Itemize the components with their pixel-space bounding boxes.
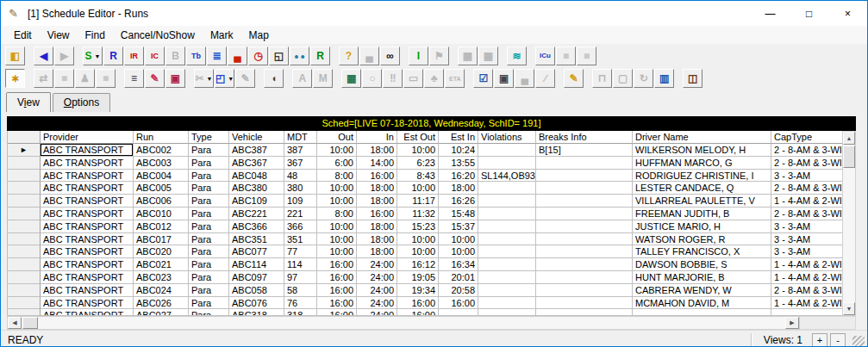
table-row[interactable]: ►ABC TRANSPORTABC002ParaABC38738710:0018… <box>8 144 842 157</box>
cell-in[interactable]: 18:00 <box>357 182 397 195</box>
cell-breaks-info[interactable] <box>536 182 633 195</box>
table-row[interactable]: ABC TRANSPORTABC020ParaABC0777710:0018:0… <box>8 245 842 258</box>
menu-find[interactable]: Find <box>77 28 112 43</box>
cell-est-in[interactable]: 18:00 <box>439 182 478 195</box>
row-selector[interactable] <box>8 271 41 284</box>
time-window-icon[interactable]: ◱ <box>269 46 289 65</box>
cell-est-in[interactable] <box>439 309 478 316</box>
cell-mdt[interactable]: 48 <box>284 170 317 183</box>
cell-driver-name[interactable]: FREEMAN JUDITH, B <box>633 208 771 220</box>
speaker-icon[interactable]: ◖ <box>264 69 284 88</box>
cell-est-in[interactable]: 10:24 <box>439 144 478 157</box>
column-header-type[interactable]: Type <box>189 131 229 144</box>
cell-type[interactable]: Para <box>189 271 229 284</box>
cell-out[interactable]: 16:00 <box>317 284 357 297</box>
cell-type[interactable]: Para <box>189 208 229 220</box>
cell-breaks-info[interactable]: B[15] <box>536 144 633 157</box>
cell-est-out[interactable]: 10:00 <box>397 245 439 258</box>
cell-provider[interactable]: ABC TRANSPORT <box>41 182 134 195</box>
cell-provider[interactable]: ABC TRANSPORT <box>41 208 134 220</box>
cell-est-in[interactable]: 20:01 <box>439 271 478 284</box>
cell-est-out[interactable]: 16:00 <box>397 309 439 316</box>
cell-run[interactable]: ABC002 <box>134 144 189 157</box>
row-selector[interactable] <box>8 182 41 195</box>
minimize-button[interactable]: — <box>751 1 790 26</box>
cell-driver-name[interactable]: CABRERA WENDY, W <box>633 284 771 297</box>
cell-breaks-info[interactable] <box>536 195 633 208</box>
row-selector[interactable] <box>8 195 41 208</box>
cell-in[interactable]: 16:00 <box>357 170 397 183</box>
cell-driver-name[interactable]: WATSON ROGER, R <box>633 233 771 246</box>
cell-type[interactable]: Para <box>189 157 229 170</box>
cell-vehicle[interactable]: ABC318 <box>229 309 284 316</box>
cell-mdt[interactable]: 318 <box>284 309 317 316</box>
scroll-left-button[interactable]: ◀ <box>8 317 22 329</box>
compose-icon[interactable]: ✎ <box>145 69 165 88</box>
menu-view[interactable]: View <box>40 28 78 43</box>
cell-run[interactable]: ABC006 <box>134 195 189 208</box>
cell-driver-name[interactable] <box>633 309 771 316</box>
cell-run[interactable]: ABC027 <box>134 309 189 316</box>
cell-violations[interactable] <box>478 309 536 316</box>
cell-violations[interactable] <box>478 271 536 284</box>
cell-est-in[interactable]: 15:48 <box>439 208 478 220</box>
cell-mdt[interactable]: 221 <box>284 208 317 220</box>
cell-violations[interactable] <box>478 195 536 208</box>
cell-provider[interactable]: ABC TRANSPORT <box>41 284 134 297</box>
cell-mdt[interactable]: 77 <box>284 245 317 258</box>
cell-in[interactable]: 24:00 <box>357 258 397 271</box>
cell-captype[interactable]: 2 - 8-AM & 3-WI <box>771 182 843 195</box>
cell-mdt[interactable]: 366 <box>284 220 317 233</box>
maximize-button[interactable]: □ <box>790 1 828 26</box>
cell-driver-name[interactable]: MCMAHON DAVID, M <box>633 297 771 310</box>
column-header-violations[interactable]: Violations <box>478 131 536 144</box>
cell-out[interactable]: 10:00 <box>317 245 357 258</box>
cell-type[interactable]: Para <box>189 297 229 310</box>
cell-type[interactable]: Para <box>189 309 229 316</box>
cell-mdt[interactable]: 380 <box>284 182 317 195</box>
cell-out[interactable]: 16:00 <box>317 297 357 310</box>
table-row[interactable]: ABC TRANSPORTABC006ParaABC10910910:0018:… <box>8 195 842 208</box>
scroll-down-button[interactable]: ▼ <box>843 302 855 315</box>
row-selector[interactable] <box>8 170 41 183</box>
column-header-run[interactable]: Run <box>134 131 189 144</box>
schedule-s-icon[interactable]: S▼ <box>83 46 103 65</box>
report-r-icon[interactable]: R <box>310 46 330 65</box>
help-icon[interactable]: ? <box>339 46 359 65</box>
cell-out[interactable]: 10:00 <box>317 233 357 246</box>
horizontal-scrollbar[interactable]: ◀ ▶ <box>7 316 800 330</box>
cell-est-in[interactable]: 15:37 <box>439 220 478 233</box>
cell-out[interactable]: 10:00 <box>317 182 357 195</box>
cell-captype[interactable]: 3 - 3-AM <box>771 220 843 233</box>
cell-captype[interactable]: 1 - 4-AM & 2-WI <box>771 271 843 284</box>
cell-est-in[interactable]: 10:00 <box>439 245 478 258</box>
cell-vehicle[interactable]: ABC366 <box>229 220 284 233</box>
column-header-est-in[interactable]: Est In <box>439 131 478 144</box>
cell-breaks-info[interactable] <box>536 220 633 233</box>
clock-icon[interactable]: ◷ <box>248 46 268 65</box>
cell-violations[interactable] <box>478 297 536 310</box>
vertical-scrollbar[interactable]: ▲ ▼ <box>842 131 856 316</box>
cell-vehicle[interactable]: ABC367 <box>229 157 284 170</box>
cell-in[interactable]: 24:00 <box>357 271 397 284</box>
cell-violations[interactable] <box>478 182 536 195</box>
cell-run[interactable]: ABC004 <box>134 170 189 183</box>
cell-est-out[interactable]: 16:12 <box>397 258 439 271</box>
cell-violations[interactable] <box>478 258 536 271</box>
times-list-icon[interactable]: ≡ <box>124 69 144 88</box>
menu-mark[interactable]: Mark <box>203 28 241 43</box>
vehicle-icon[interactable]: ▄ <box>228 46 247 65</box>
cell-in[interactable]: 14:00 <box>357 157 397 170</box>
window-icon[interactable]: ◰▼ <box>215 69 234 88</box>
cell-vehicle[interactable]: ABC114 <box>229 258 284 271</box>
cell-type[interactable]: Para <box>189 170 229 183</box>
row-selector[interactable] <box>8 208 41 220</box>
back-arrow-icon[interactable]: ◀ <box>34 46 53 65</box>
info-icon[interactable]: I <box>409 46 428 65</box>
cell-in[interactable]: 18:00 <box>357 233 397 246</box>
cell-est-in[interactable]: 16:00 <box>439 297 478 310</box>
cell-violations[interactable] <box>478 157 536 170</box>
cell-vehicle[interactable]: ABC048 <box>229 170 284 183</box>
cell-est-in[interactable]: 13:55 <box>439 157 478 170</box>
run-r-icon[interactable]: R <box>103 46 123 65</box>
